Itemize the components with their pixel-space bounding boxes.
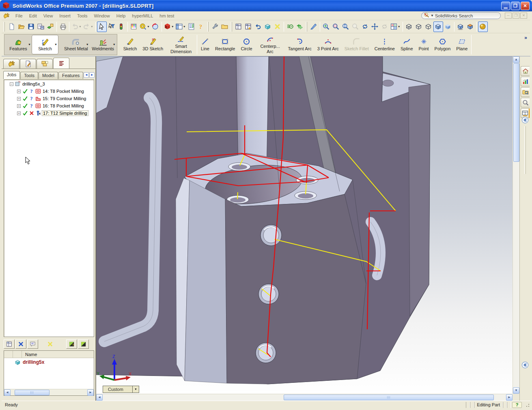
tree-item[interactable]: +?16: T8 Pocket Milling [4, 103, 94, 109]
hscrollbar-thumb[interactable] [284, 395, 494, 400]
shaded-button[interactable] [443, 21, 453, 32]
tool-sketch-fillet[interactable]: Sketch Fillet [342, 33, 372, 56]
animator-button[interactable] [151, 21, 160, 32]
open-button[interactable] [16, 21, 26, 32]
scroll-right-icon[interactable]: ► [87, 389, 94, 396]
menu-item-view[interactable]: View [40, 12, 56, 19]
job-comment-button[interactable] [27, 339, 38, 349]
tool-centerp-arc[interactable]: Centerp... Arc [255, 33, 285, 56]
make-drawing-button[interactable] [36, 21, 45, 32]
job-tree[interactable]: −drilling5x_3+?14: T8 Pocket Milling+?15… [4, 79, 94, 337]
child-minimize-button[interactable]: ─ [505, 13, 512, 19]
design-library-tab[interactable] [521, 77, 530, 86]
tree-item[interactable]: +17: T12 Simple drilling [4, 110, 94, 116]
rotate-view-button[interactable] [360, 21, 370, 32]
solidworks-resources-tab[interactable] [521, 66, 530, 76]
tab-sheet-metal[interactable]: Sheet Metal▼ [62, 35, 90, 54]
tree-root[interactable]: −drilling5x_3 [4, 81, 94, 87]
measure-button[interactable]: ▼ [139, 21, 151, 32]
split-panes-button[interactable]: ▼ [175, 21, 187, 32]
solidworks-search-input[interactable]: ▼ SolidWorks Search [421, 12, 501, 19]
save-button[interactable] [26, 21, 36, 32]
tool-rectangle[interactable]: Rectangle [212, 33, 238, 56]
subtab-model[interactable]: Model [39, 72, 58, 79]
job-delete-button[interactable] [273, 21, 282, 32]
make-assembly-button[interactable] [45, 21, 55, 32]
menu-item-insert[interactable]: Insert [56, 12, 74, 19]
list-item-drilling5x[interactable]: drilling5x [4, 358, 94, 366]
job-undo-button[interactable] [253, 21, 263, 32]
scroll-right-icon[interactable]: ► [506, 394, 513, 401]
select-button[interactable] [97, 21, 107, 32]
hypermill-tab[interactable] [3, 59, 19, 69]
shaded-with-edges-button[interactable] [433, 21, 443, 32]
expand-icon[interactable]: + [17, 90, 21, 93]
print-button[interactable] [58, 21, 68, 32]
search-dropdown-icon[interactable]: ▼ [431, 14, 434, 17]
tree-item[interactable]: +?14: T8 Pocket Milling [4, 88, 94, 94]
tool-point[interactable]: Point [416, 33, 432, 56]
solidworks-office-button[interactable]: ▼ [163, 21, 175, 32]
expand-icon[interactable]: + [17, 104, 21, 108]
scroll-left-icon[interactable]: ◄ [96, 394, 103, 401]
toggle-calc-button[interactable]: ? [66, 339, 77, 349]
tool-spline[interactable]: Spline [398, 33, 416, 56]
tool-line[interactable]: Line [198, 33, 212, 56]
horizontal-scrollbar[interactable]: ◄ ► [96, 394, 513, 401]
scroll-down-icon[interactable]: ▼ [513, 387, 519, 394]
menu-item-file[interactable]: File [12, 12, 26, 19]
select-filter-button[interactable] [107, 21, 116, 32]
hypermill-settings-button[interactable] [210, 21, 220, 32]
tool-3-point-arc[interactable]: 3 Point Arc [314, 33, 342, 56]
scroll-up-icon[interactable]: ▲ [513, 56, 519, 63]
rotate-about-button[interactable] [380, 21, 390, 32]
wireframe-button[interactable] [404, 21, 414, 32]
job-list-button[interactable] [234, 21, 243, 32]
graphics-area[interactable]: Z Y X Custom ▼ [96, 56, 513, 394]
expand-icon[interactable]: + [17, 112, 21, 115]
zoom-selection-button[interactable] [351, 21, 360, 32]
list-horizontal-scrollbar[interactable]: ◄ ► [4, 389, 94, 395]
subtab-jobs[interactable]: Jobs [3, 71, 20, 79]
hypermill-open-button[interactable] [220, 21, 230, 32]
collapse-task-pane-icon[interactable] [521, 361, 529, 369]
hidden-lines-visible-button[interactable] [414, 21, 424, 32]
new-button[interactable] [6, 21, 16, 32]
undo-button[interactable]: ▼ [71, 21, 82, 32]
part-3d-view[interactable]: Z Y X [96, 56, 513, 394]
quick-tips-button[interactable]: ? [512, 402, 522, 408]
tool-sketch[interactable]: Sketch [121, 33, 140, 56]
menu-item-hypermill[interactable]: hyperMILL [129, 12, 156, 19]
hm-toolpath-button[interactable] [295, 21, 305, 32]
list-header-name[interactable]: Name [22, 352, 37, 357]
menu-item-help[interactable]: Help [113, 12, 129, 19]
hidden-lines-removed-button[interactable] [424, 21, 433, 32]
close-button[interactable]: ✕ [521, 2, 530, 10]
dropdown-arrow-icon[interactable]: ▼ [133, 386, 139, 393]
zoom-fit-button[interactable] [321, 21, 331, 32]
job-properties-button[interactable] [4, 339, 15, 349]
tool-circle[interactable]: Circle [238, 33, 255, 56]
child-restore-button[interactable]: ❐ [513, 13, 519, 19]
resize-grip[interactable] [524, 401, 530, 408]
expand-icon[interactable]: + [17, 97, 21, 101]
color-display-button[interactable] [129, 21, 139, 32]
collapse-icon[interactable]: − [10, 82, 13, 86]
toggle-sim-button[interactable]: ? [78, 339, 89, 349]
job-delete-blue-button[interactable] [15, 339, 26, 349]
tool-polygon[interactable]: Polygon [432, 33, 454, 56]
redo-button[interactable]: ▼ [82, 21, 94, 32]
job-delete-all-button[interactable] [45, 339, 56, 349]
tool-3d-sketch[interactable]: 3D3D Sketch [140, 33, 166, 56]
realview-button[interactable] [478, 21, 488, 32]
vscrollbar-thumb[interactable] [513, 63, 519, 162]
shadows-button[interactable] [456, 21, 465, 32]
pan-button[interactable] [370, 21, 380, 32]
file-explorer-tab[interactable] [521, 87, 530, 97]
job-model-button[interactable] [263, 21, 273, 32]
scroll-left-icon[interactable]: ◄ [4, 389, 11, 396]
tree-item[interactable]: +?15: T9 Contour Milling [4, 95, 94, 102]
search-results-tab[interactable] [521, 98, 530, 107]
tool-smart-dimension[interactable]: Smart Dimension [166, 33, 196, 56]
tabs-scroll-right-icon[interactable]: ► [89, 72, 95, 78]
